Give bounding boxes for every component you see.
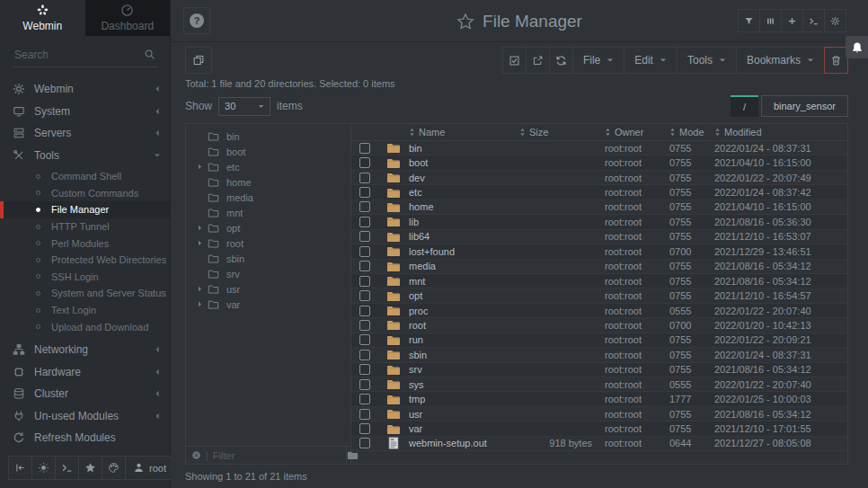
sidebar-subitem-system-and-server-status[interactable]: System and Server Status — [0, 285, 170, 302]
table-row-lost-found[interactable]: lost+foundroot:root07002021/12/29 - 13:4… — [351, 244, 847, 259]
clear-filter-icon[interactable] — [191, 450, 201, 460]
copy-path-button[interactable] — [185, 47, 212, 74]
user-button[interactable]: root — [125, 456, 174, 480]
row-checkbox[interactable] — [359, 350, 370, 360]
collapse-sidebar-button[interactable] — [8, 456, 32, 480]
terminal-button[interactable] — [802, 9, 825, 32]
table-row-proc[interactable]: procroot:root05552022/01/22 - 20:07:40 — [351, 304, 847, 318]
row-checkbox[interactable] — [359, 231, 370, 242]
tree-item-srv[interactable]: srv — [186, 266, 350, 281]
row-checkbox[interactable] — [359, 409, 370, 420]
menu-edit[interactable]: Edit — [624, 47, 678, 74]
tree-item-var[interactable]: var — [186, 297, 350, 312]
tree-item-mnt[interactable]: mnt — [186, 205, 350, 220]
row-checkbox[interactable] — [359, 438, 370, 448]
column-header-mode[interactable]: Mode — [669, 127, 714, 138]
row-checkbox[interactable] — [359, 201, 370, 212]
sidebar-item-un-used-modules[interactable]: Un-used Modules — [0, 404, 170, 427]
tree-item-etc[interactable]: etc — [186, 159, 350, 174]
menu-tools[interactable]: Tools — [677, 47, 737, 74]
sidebar-item-system[interactable]: System — [0, 101, 170, 123]
table-row-tmp[interactable]: tmproot:root17772022/01/25 - 10:00:03 — [351, 392, 847, 406]
tree-item-media[interactable]: media — [186, 190, 350, 205]
sidebar-subitem-ssh-login[interactable]: SSH Login — [0, 269, 170, 286]
sidebar-subitem-command-shell[interactable]: Command Shell — [0, 168, 170, 185]
table-row-dev[interactable]: devroot:root07552022/01/22 - 20:07:49 — [351, 171, 847, 185]
tab-dashboard[interactable]: Dashboard — [85, 0, 171, 36]
sidebar-item-servers[interactable]: Servers — [0, 122, 170, 145]
table-row-usr[interactable]: usrroot:root07552021/08/16 - 05:34:12 — [351, 407, 847, 421]
row-checkbox[interactable] — [359, 306, 370, 316]
row-checkbox[interactable] — [359, 290, 370, 301]
table-row-var[interactable]: varroot:root07552021/12/10 - 17:01:55 — [351, 421, 847, 436]
export-button[interactable] — [526, 47, 550, 74]
table-row-sbin[interactable]: sbinroot:root07552022/01/24 - 08:37:31 — [351, 348, 847, 362]
tree-filter-input[interactable] — [213, 450, 341, 461]
shell-button[interactable] — [55, 456, 79, 480]
sidebar-subitem-http-tunnel[interactable]: HTTP Tunnel — [0, 218, 170, 235]
table-row-lib[interactable]: libroot:root07552021/08/16 - 05:36:30 — [351, 215, 847, 229]
row-checkbox[interactable] — [359, 276, 370, 287]
sidebar-item-hardware[interactable]: Hardware — [0, 360, 170, 383]
tree-toggle[interactable] — [195, 286, 205, 292]
row-checkbox[interactable] — [359, 173, 370, 183]
row-checkbox[interactable] — [359, 143, 370, 154]
sidebar-subitem-custom-commands[interactable]: Custom Commands — [0, 185, 170, 202]
table-row-srv[interactable]: srvroot:root07552021/08/16 - 05:34:12 — [351, 363, 847, 377]
table-row-opt[interactable]: optroot:root07552021/12/10 - 16:54:57 — [351, 288, 847, 303]
tree-item-home[interactable]: home — [186, 174, 350, 190]
help-button[interactable]: ? — [183, 7, 210, 34]
breadcrumb-root[interactable]: / — [731, 95, 758, 117]
table-row-mnt[interactable]: mntroot:root07552021/08/16 - 05:34:12 — [351, 274, 847, 288]
sidebar-subitem-file-manager[interactable]: File Manager — [0, 201, 170, 218]
delete-button[interactable] — [824, 47, 848, 74]
row-checkbox[interactable] — [359, 246, 370, 257]
row-checkbox[interactable] — [359, 394, 370, 404]
breadcrumb-binary-sensor[interactable]: binary_sensor — [761, 95, 848, 117]
tab-webmin[interactable]: Webmin — [0, 0, 85, 36]
row-checkbox[interactable] — [359, 187, 370, 198]
table-row-boot[interactable]: bootroot:root07552021/04/10 - 16:15:00 — [351, 155, 847, 170]
sidebar-item-tools[interactable]: Tools — [0, 145, 170, 167]
page-size-select[interactable]: 30 — [218, 97, 270, 116]
table-row-root[interactable]: rootroot:root07002022/01/20 - 10:42:13 — [351, 318, 847, 333]
settings-button[interactable] — [824, 9, 846, 32]
sidebar-item-networking[interactable]: Networking — [0, 339, 170, 361]
table-row-lib64[interactable]: lib64root:root07552021/12/10 - 16:53:07 — [351, 230, 847, 244]
table-row-webmin-setup-out[interactable]: webmin-setup.out918 bytesroot:root064420… — [351, 437, 847, 451]
sidebar-subitem-text-login[interactable]: Text Login — [0, 302, 170, 319]
sidebar-subitem-protected-web-directories[interactable]: Protected Web Directories — [0, 252, 170, 269]
column-header-size[interactable]: Size — [519, 127, 605, 138]
refresh-button[interactable] — [549, 47, 573, 74]
filter-button[interactable] — [738, 9, 760, 32]
row-checkbox[interactable] — [359, 157, 370, 168]
tree-toggle[interactable] — [195, 301, 205, 307]
table-row-etc[interactable]: etcroot:root07552022/01/24 - 08:37:42 — [351, 185, 847, 200]
pause-button[interactable] — [759, 9, 782, 32]
notification-bell[interactable] — [846, 36, 868, 58]
tree-item-bin[interactable]: bin — [186, 129, 350, 144]
sidebar-subitem-upload-and-download[interactable]: Upload and Download — [0, 318, 170, 335]
table-row-home[interactable]: homeroot:root07552021/04/10 - 16:15:00 — [351, 200, 847, 215]
tree-toggle[interactable] — [195, 240, 205, 246]
tree-item-sbin[interactable]: sbin — [186, 251, 350, 266]
table-row-media[interactable]: mediaroot:root07552021/08/16 - 05:34:12 — [351, 260, 847, 274]
sidebar-item-cluster[interactable]: Cluster — [0, 383, 170, 405]
star-outline-icon[interactable] — [456, 13, 474, 31]
tree-toggle[interactable] — [195, 164, 205, 170]
column-header-modified[interactable]: Modified — [714, 127, 847, 138]
tree-item-usr[interactable]: usr — [186, 281, 350, 297]
row-checkbox[interactable] — [359, 379, 370, 390]
row-checkbox[interactable] — [359, 334, 370, 345]
palette-button[interactable] — [102, 456, 126, 480]
new-tab-button[interactable] — [781, 9, 803, 32]
tree-toggle[interactable] — [195, 225, 205, 231]
table-row-run[interactable]: runroot:root07552022/01/22 - 20:09:21 — [351, 333, 847, 348]
search-input[interactable] — [13, 45, 157, 67]
theme-toggle-button[interactable] — [31, 456, 56, 480]
row-checkbox[interactable] — [359, 217, 370, 227]
sidebar-item-refresh-modules[interactable]: Refresh Modules — [0, 427, 170, 449]
sidebar-item-webmin[interactable]: Webmin — [0, 78, 170, 101]
tree-item-opt[interactable]: opt — [186, 220, 350, 235]
menu-bookmarks[interactable]: Bookmarks — [736, 47, 825, 74]
